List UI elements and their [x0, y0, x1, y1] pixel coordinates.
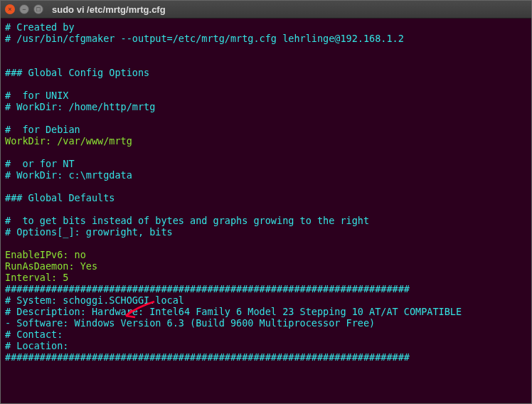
window-title: sudo vi /etc/mrtg/mrtg.cfg — [52, 4, 166, 15]
file-line: # to get bits instead of bytes and graph… — [5, 215, 369, 226]
file-line: # WorkDir: /home/http/mrtg — [5, 101, 155, 112]
file-line: ########################################… — [5, 283, 410, 294]
file-line: # Created by — [5, 21, 75, 33]
maximize-icon[interactable]: □ — [33, 4, 43, 14]
file-line: - Software: Windows Version 6.3 (Build 9… — [5, 317, 375, 329]
file-line: ### Global Defaults — [5, 192, 115, 203]
file-line: # for UNIX — [5, 90, 68, 101]
close-icon[interactable]: × — [5, 4, 15, 14]
titlebar[interactable]: × − □ sudo vi /etc/mrtg/mrtg.cfg — [1, 1, 531, 18]
file-line: # WorkDir: c:\mrtgdata — [5, 169, 132, 181]
file-line: # Description: Hardware: Intel64 Family … — [5, 306, 462, 317]
file-line: # Options[_]: growright, bits — [5, 226, 173, 238]
file-line: RunAsDaemon: Yes — [5, 260, 97, 272]
terminal-window: × − □ sudo vi /etc/mrtg/mrtg.cfg # Creat… — [0, 0, 532, 404]
file-line: ########################################… — [5, 351, 410, 363]
file-line: # Location: — [5, 340, 68, 351]
file-line: # or for NT — [5, 158, 75, 169]
minimize-icon[interactable]: − — [19, 4, 29, 14]
file-line: # for Debian — [5, 124, 80, 135]
file-line: WorkDir: /var/www/mrtg — [5, 135, 132, 147]
file-line: Interval: 5 — [5, 272, 68, 283]
file-line: ### Global Config Options — [5, 67, 149, 78]
file-line: # Contact: — [5, 329, 63, 340]
file-line: EnableIPv6: no — [5, 249, 86, 260]
file-line: # /usr/bin/cfgmaker --output=/etc/mrtg/m… — [5, 33, 404, 44]
file-line: # System: schoggi.SCHOGGI.local — [5, 294, 184, 306]
terminal-content[interactable]: # Created by # /usr/bin/cfgmaker --outpu… — [1, 18, 531, 403]
